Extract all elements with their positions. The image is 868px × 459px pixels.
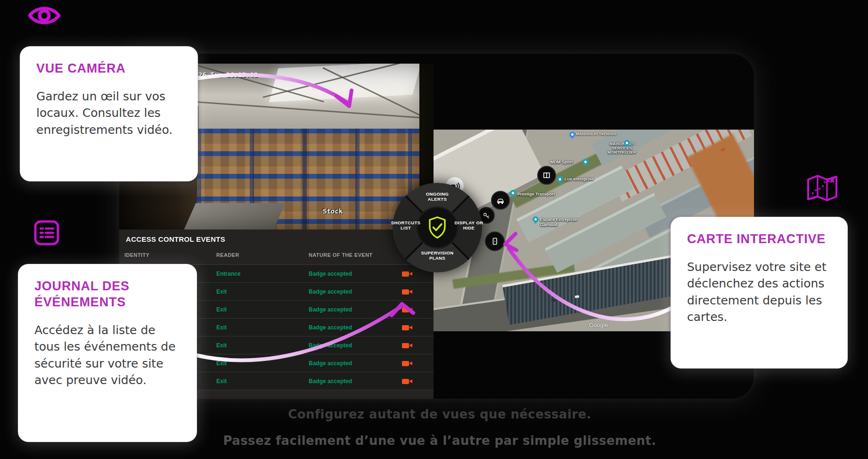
vehicle-marker[interactable] [491, 191, 510, 210]
menu-item-supervision-plans[interactable]: SUPERVISION PLANS [418, 250, 457, 261]
table-title: ACCESS CONTROL EVENTS [126, 235, 225, 243]
nature-cell: Badge accepted [309, 270, 352, 277]
footer-line-2: Passez facilement d’une vue à l’autre pa… [119, 434, 760, 448]
list-icon [33, 220, 60, 248]
map-pin-label: MDM Sport [550, 160, 573, 164]
menu-item-shortcuts-list[interactable]: SHORTCUTS LIST [386, 220, 426, 231]
menu-item-ongoing-alerts[interactable]: ONGOING ALERTS [418, 191, 457, 202]
nature-cell: Badge accepted [309, 324, 352, 331]
table-header-row: IDENTITY READER NATURE OF THE EVENT [119, 252, 434, 264]
map-pin[interactable] [568, 130, 576, 139]
nature-cell: Badge accepted [309, 378, 352, 385]
callout-card-journal: JOURNAL DES ÉVÉNEMENTS Accédez à la list… [18, 264, 197, 442]
eye-icon [26, 2, 62, 31]
video-camera-icon[interactable] [402, 289, 409, 295]
card-title: CARTE INTERACTIVE [687, 231, 831, 247]
video-camera-icon[interactable] [402, 379, 409, 384]
menu-item-display-or-hide[interactable]: DISPLAY OR HIDE [449, 220, 489, 231]
google-watermark: Google [589, 322, 608, 328]
camera-timestamp: 26 Tue 16:15:02 [198, 71, 258, 79]
map-pin-label: Prestige Transport [517, 192, 555, 197]
card-title: VUE CAMÉRA [36, 61, 181, 77]
camera-stock-label: Stock [323, 207, 343, 215]
video-camera-icon[interactable] [402, 343, 409, 348]
reader-cell: Exit [216, 288, 227, 295]
card-body: Gardez un œil sur vos locaux. Consultez … [36, 88, 181, 139]
map-pin-label: Lux entreprise [565, 177, 594, 181]
callout-card-map: CARTE INTERACTIVE Supervisez votre site … [671, 217, 848, 369]
reader-cell: Exit [216, 306, 227, 313]
card-body: Supervisez votre site et déclenchez des … [687, 259, 831, 326]
column-header-identity: IDENTITY [124, 252, 149, 258]
map-pin-label: Maisons et Services Montpellier [599, 142, 645, 155]
nature-cell: Badge accepted [309, 288, 352, 295]
reader-cell: Exit [216, 324, 227, 331]
radial-shortcuts-menu: ONGOING ALERTS SHORTCUTS LIST DISPLAY OR… [393, 183, 482, 272]
nature-cell: Badge accepted [309, 360, 352, 367]
footer-line-1: Configurez autant de vues que nécessaire… [119, 407, 760, 421]
card-title: JOURNAL DES ÉVÉNEMENTS [34, 279, 180, 311]
reader-cell: Exit [216, 378, 227, 385]
reader-cell: Exit [216, 342, 227, 349]
map-pin-label: Maisons et Services [576, 131, 616, 136]
shield-check-icon [426, 215, 449, 240]
video-camera-icon[interactable] [402, 325, 409, 330]
reader-cell: Exit [216, 360, 227, 367]
nature-cell: Badge accepted [309, 306, 352, 313]
map-pin-label: Espace Entreprise Garosud [540, 217, 578, 228]
badge-reader-marker[interactable] [485, 231, 505, 251]
card-body: Accédez à la liste de tous les événement… [34, 322, 180, 389]
column-header-nature: NATURE OF THE EVENT [309, 252, 373, 258]
nature-cell: Badge accepted [309, 342, 352, 349]
door-contact-marker[interactable] [537, 166, 556, 185]
reader-cell: Entrance [216, 270, 240, 277]
video-camera-icon[interactable] [402, 361, 409, 366]
map-icon [807, 174, 838, 204]
page: 26 Tue 16:15:02 Stock ACCESS CONTROL EVE… [0, 0, 868, 459]
column-header-reader: READER [216, 252, 239, 258]
callout-card-camera: VUE CAMÉRA Gardez un œil sur vos locaux.… [20, 46, 198, 181]
video-camera-icon[interactable] [402, 307, 409, 312]
